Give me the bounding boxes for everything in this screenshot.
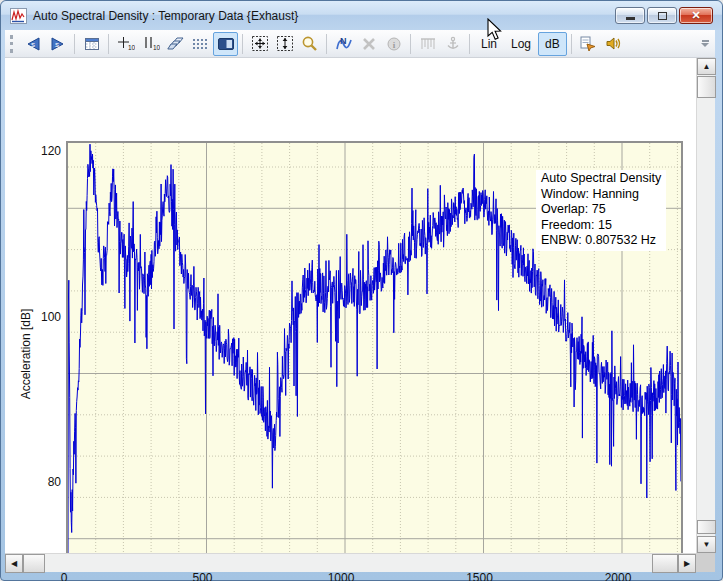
toolbar-separator (571, 34, 572, 54)
curve-fit-button[interactable]: N (331, 32, 356, 56)
split-panel-button[interactable] (213, 32, 238, 56)
minimize-button[interactable] (615, 7, 645, 24)
toolbar: s s (5, 30, 715, 58)
toolbar-separator (242, 34, 243, 54)
close-button[interactable]: ✕ (679, 7, 713, 24)
scroll-right-button[interactable]: ▶ (678, 554, 696, 573)
zoom-fit-vertical-button[interactable] (272, 32, 297, 56)
toolbar-separator (469, 34, 470, 54)
horizontal-scroll-thumb[interactable] (23, 554, 45, 573)
harmonic-cursor-icon: 10 (142, 36, 160, 52)
annotation-freedom: Freedom: 15 (541, 218, 661, 234)
app-icon (10, 8, 27, 24)
annotation-title: Auto Spectral Density (541, 171, 661, 187)
x-tick-label: 1000 (319, 571, 363, 581)
comb-markers-button (415, 32, 440, 56)
analysis-annotation: Auto Spectral Density Window: Hanning Ov… (536, 170, 666, 251)
vertical-scroll-page-button[interactable] (697, 520, 716, 534)
arrow-right-icon: ▶ (684, 560, 690, 568)
zoom-magnifier-icon (301, 35, 319, 52)
prev-signal-button[interactable]: s (20, 32, 45, 56)
log-scale-button[interactable]: Log (504, 32, 538, 56)
svg-text:s: s (55, 40, 59, 49)
window-frame: Auto Spectral Density : Temporary Data {… (0, 0, 723, 581)
window-controls: ✕ (615, 7, 713, 24)
arrow-up-icon: ▲ (703, 63, 711, 71)
scroll-up-button[interactable]: ▲ (697, 58, 716, 75)
restore-icon (658, 12, 667, 20)
delete-curve-button (356, 32, 381, 56)
horizontal-scroll-track[interactable] (45, 554, 652, 572)
x-tick-label: 1500 (457, 571, 501, 581)
chart-client-area: 120 100 80 0 500 1000 1500 2000 Frequenc… (5, 58, 696, 553)
minimize-icon (626, 17, 635, 20)
export-button[interactable] (576, 32, 601, 56)
toolbar-separator (74, 34, 75, 54)
cursor-values-button[interactable]: 10 (113, 32, 138, 56)
arrow-down-icon: ▼ (703, 541, 711, 549)
annotation-overlap: Overlap: 75 (541, 202, 661, 218)
close-icon: ✕ (691, 9, 700, 22)
curve-fit-icon: N (335, 36, 353, 52)
datasheet-button[interactable] (79, 32, 104, 56)
x-tick-label: 500 (180, 571, 224, 581)
audio-replay-icon (604, 35, 622, 52)
y-tick-label: 120 (15, 144, 61, 158)
zoom-fit-horizontal-button[interactable] (247, 32, 272, 56)
x-tick-label: 2000 (596, 571, 640, 581)
cursor-values-icon: 10 (117, 36, 135, 52)
toolbar-overflow-button[interactable] (701, 40, 709, 47)
zoom-magnifier-button[interactable] (297, 32, 322, 56)
db-scale-button[interactable]: dB (538, 32, 567, 56)
dotted-display-button[interactable] (188, 32, 213, 56)
next-signal-button[interactable]: s (45, 32, 70, 56)
vertical-scrollbar[interactable]: ▲ ▼ (696, 58, 715, 553)
y-axis-label: Acceleration [dB] (19, 309, 33, 400)
toolbar-overflow-icon (702, 40, 709, 42)
scroll-down-button[interactable]: ▼ (697, 536, 716, 553)
svg-text:s: s (31, 40, 35, 49)
export-icon (579, 35, 597, 52)
svg-text:N: N (340, 36, 347, 46)
curve-info-icon: i (386, 36, 402, 52)
svg-text:10: 10 (153, 43, 160, 50)
toolbar-separator (410, 34, 411, 54)
overlay-curves-button[interactable] (163, 32, 188, 56)
audio-replay-button[interactable] (601, 32, 626, 56)
scrollbar-corner (696, 553, 715, 572)
annotation-enbw: ENBW: 0.807532 Hz (541, 233, 661, 249)
lin-scale-button[interactable]: Lin (474, 32, 504, 56)
toolbar-separator (108, 34, 109, 54)
window-title: Auto Spectral Density : Temporary Data {… (33, 9, 298, 23)
delete-curve-icon (361, 36, 377, 52)
dotted-display-icon (192, 36, 210, 52)
anchor-marker-button (440, 32, 465, 56)
title-bar[interactable]: Auto Spectral Density : Temporary Data {… (1, 1, 722, 30)
harmonic-cursor-button[interactable]: 10 (138, 32, 163, 56)
toolbar-grip[interactable] (10, 35, 15, 53)
anchor-marker-icon (445, 36, 461, 52)
scroll-left-button[interactable]: ◀ (5, 554, 23, 573)
app-window-page: Auto Spectral Density : Temporary Data {… (0, 0, 723, 581)
split-panel-icon (217, 36, 235, 52)
svg-text:10: 10 (128, 43, 135, 50)
datasheet-icon (84, 36, 100, 52)
zoom-fit-horizontal-icon (251, 35, 269, 52)
zoom-fit-vertical-icon (276, 35, 294, 52)
next-signal-icon: s (49, 36, 67, 52)
horizontal-scrollbar[interactable]: ◀ ▶ (5, 553, 696, 572)
comb-markers-icon (419, 36, 437, 52)
toolbar-separator (326, 34, 327, 54)
annotation-window: Window: Hanning (541, 187, 661, 203)
y-tick-label: 80 (15, 475, 61, 489)
horizontal-scroll-page-button[interactable] (652, 554, 678, 573)
prev-signal-icon: s (24, 36, 42, 52)
curve-info-button: i (381, 32, 406, 56)
restore-button[interactable] (647, 7, 677, 24)
overlay-curves-icon (167, 36, 185, 52)
vertical-scroll-thumb[interactable] (697, 76, 716, 98)
arrow-left-icon: ◀ (11, 560, 17, 568)
x-tick-label: 0 (42, 571, 86, 581)
